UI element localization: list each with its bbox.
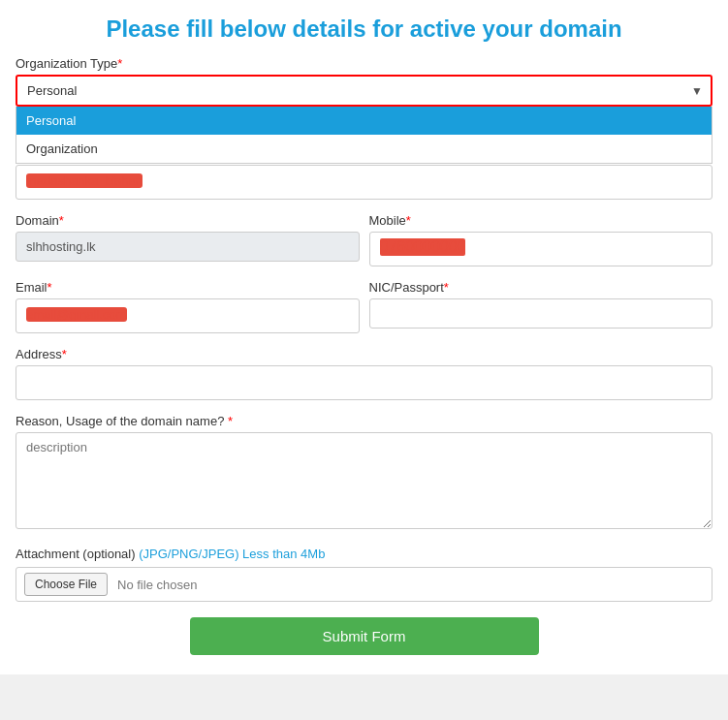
mobile-col: Mobile* 0760000000 [369,213,713,266]
attachment-group: Attachment (optional) (JPG/PNG/JPEG) Les… [16,547,712,602]
domain-mobile-row: Domain* Mobile* 0760000000 [16,213,712,266]
page-title: Please fill below details for active you… [16,16,712,43]
page-container: Please fill below details for active you… [0,0,728,674]
reason-group: Reason, Usage of the domain name? * [16,414,712,533]
mobile-redacted: 0760000000 [380,238,466,256]
email-input-display: email@gmail.com [16,298,360,333]
email-redacted: email@gmail.com [26,307,127,322]
domain-input[interactable] [16,232,360,262]
reason-label: Reason, Usage of the domain name? * [16,414,712,428]
address-label: Address* [16,347,712,361]
org-type-label: Organization Type* [16,56,712,71]
org-type-select-wrapper[interactable]: Personal Organization ▼ [16,75,712,107]
attachment-note: (JPG/PNG/JPEG) Less than 4Mb [139,547,325,561]
nic-col: NIC/Passport* [369,280,713,333]
email-col: Email* email@gmail.com [16,280,360,333]
dropdown-item-organization[interactable]: Organization [16,135,712,163]
email-nic-row: Email* email@gmail.com NIC/Passport* [16,280,712,333]
nic-input[interactable] [369,298,713,329]
mobile-input-display: 0760000000 [369,232,713,266]
address-input[interactable] [16,365,712,400]
name-group: madashanka_bishan [16,165,712,200]
org-type-select[interactable]: Personal Organization [17,77,711,105]
org-type-group: Organization Type* Personal Organization… [16,56,712,107]
file-input-wrapper: Choose File No file chosen [16,567,712,602]
no-file-label: No file chosen [117,578,197,592]
org-type-dropdown: Personal Organization [16,107,712,164]
mobile-label: Mobile* [369,213,713,228]
address-group: Address* [16,347,712,400]
name-redacted: madashanka_bishan [26,173,142,188]
dropdown-item-personal[interactable]: Personal [16,107,712,135]
choose-file-button[interactable]: Choose File [24,573,108,596]
nic-label: NIC/Passport* [369,280,713,295]
domain-label: Domain* [16,213,360,228]
submit-button[interactable]: Submit Form [190,617,539,655]
email-label: Email* [16,280,360,295]
form-section: Organization Type* Personal Organization… [16,56,712,655]
attachment-label: Attachment (optional) (JPG/PNG/JPEG) Les… [16,547,712,561]
domain-col: Domain* [16,213,360,266]
reason-textarea[interactable] [16,432,712,529]
name-input-display: madashanka_bishan [16,165,712,200]
